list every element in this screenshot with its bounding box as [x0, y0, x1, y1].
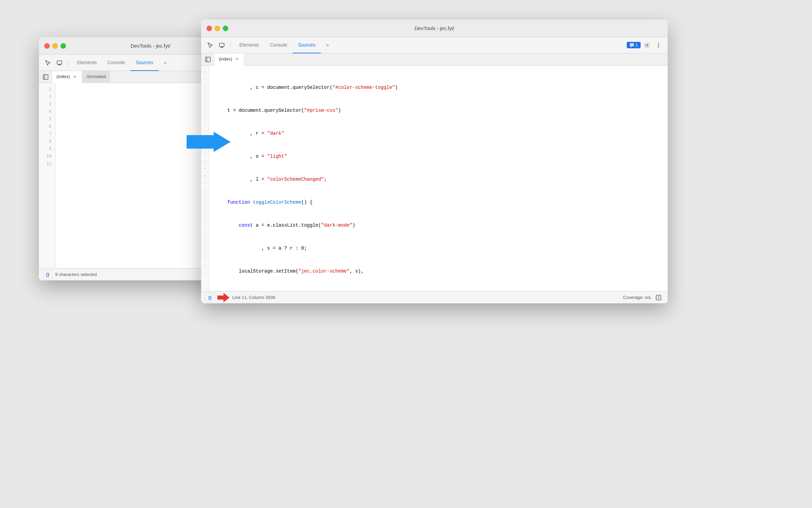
code-content-2[interactable]: , c = document.querySelector("#color-sch…: [209, 66, 668, 291]
status-left-1: {} 9 characters selected: [43, 270, 97, 279]
cl-4: , o = "light": [216, 153, 661, 160]
format-button-1[interactable]: {}: [43, 270, 52, 279]
svg-rect-1: [58, 65, 61, 65]
file-tab-close-2[interactable]: ✕: [234, 56, 240, 62]
status-right-2: Coverage: n/a: [623, 293, 664, 303]
ln-9: 9: [39, 145, 55, 153]
cl-5: , l = "colorSchemeChanged";: [216, 176, 661, 183]
chat-count: 1: [636, 43, 638, 48]
ln-1: 1: [39, 86, 55, 93]
diff-m-17: −: [202, 187, 208, 195]
tab-more-1[interactable]: »: [159, 55, 172, 71]
svg-rect-8: [630, 43, 634, 46]
diff-m-19: −: [202, 202, 208, 209]
svg-rect-7: [220, 47, 223, 48]
diff-m-28: −: [202, 269, 208, 276]
cl-7: const a = e.classList.toggle("dark-mode"…: [216, 222, 661, 229]
diff-m-24: −: [202, 239, 208, 247]
inspect-icon[interactable]: [43, 58, 53, 68]
file-tab-label-1: (index): [56, 74, 70, 79]
diff-m-27: −: [202, 261, 208, 269]
window-title-2: DevTools - jec.fyi/: [414, 25, 454, 31]
format-button-2[interactable]: {}: [205, 293, 215, 302]
ln-2: 2: [39, 93, 55, 101]
panel-toggle-1[interactable]: [42, 73, 50, 81]
tab-bar-2: Elements Console Sources »: [234, 37, 334, 53]
file-tab-index-2[interactable]: (index) ✕: [215, 53, 244, 66]
tab-sources-1[interactable]: Sources: [130, 55, 159, 71]
settings-icon-2[interactable]: [642, 40, 652, 50]
file-tab-formatted-1[interactable]: :formatted: [82, 71, 110, 83]
svg-rect-6: [219, 43, 224, 47]
file-tab-close-1[interactable]: ✕: [72, 74, 77, 79]
code-area-2: − − − − − − − − − − − − − − − − − − − − …: [201, 66, 668, 291]
svg-point-12: [658, 46, 659, 47]
line-numbers-1: 1 2 3 4 5 6 7 8 9 10 11: [39, 83, 56, 268]
svg-marker-5: [187, 132, 231, 152]
coverage-icon-2[interactable]: [653, 293, 664, 303]
svg-point-9: [646, 44, 648, 46]
diff-m-3: −: [202, 83, 208, 91]
diff-m-13: −: [202, 157, 208, 165]
tab-more-2[interactable]: »: [321, 37, 334, 53]
cl-8: , s = a ? r : 0;: [216, 245, 661, 252]
diff-m-7: −: [202, 113, 208, 120]
diff-m-15: −: [202, 172, 208, 180]
diff-m-23: −: [202, 232, 208, 239]
cl-9: localStorage.setItem("jec.color-scheme",…: [216, 268, 661, 275]
minimize-button-1[interactable]: [52, 43, 58, 49]
tab-elements-1[interactable]: Elements: [72, 55, 102, 71]
separator-1: [68, 59, 68, 66]
chat-badge-2[interactable]: 1: [627, 42, 641, 48]
diff-m-21: −: [202, 217, 208, 224]
status-text-1: 9 characters selected: [55, 272, 97, 277]
inspect-icon-2[interactable]: [205, 40, 215, 50]
diff-m-4: −: [202, 91, 208, 98]
coverage-text-2: Coverage: n/a: [623, 295, 651, 300]
titlebar-2: DevTools - jec.fyi/: [201, 20, 668, 37]
diff-m-5: −: [202, 98, 208, 105]
diff-m-20: −: [202, 209, 208, 217]
diff-m-16: −: [202, 180, 208, 187]
cl-2: t = document.querySelector("#prism-css"): [216, 107, 661, 114]
status-bar-2: {} Line 11, Column 3939 Coverage: n/a: [201, 291, 668, 303]
tab-sources-2[interactable]: Sources: [293, 37, 321, 53]
svg-marker-15: [217, 293, 230, 302]
svg-rect-0: [57, 61, 62, 64]
close-button-1[interactable]: [44, 43, 50, 49]
minimize-button-2[interactable]: [215, 26, 220, 31]
ln-5: 5: [39, 116, 55, 123]
close-button-2[interactable]: [207, 26, 212, 31]
diff-m-18: −: [202, 195, 208, 202]
tab-console-2[interactable]: Console: [264, 37, 292, 53]
tab-console-1[interactable]: Console: [102, 55, 130, 71]
svg-point-10: [658, 43, 659, 44]
traffic-lights-2: [207, 26, 228, 31]
file-tab-index-1[interactable]: (index) ✕: [52, 71, 81, 83]
diff-m-22: −: [202, 224, 208, 232]
maximize-button-2[interactable]: [223, 26, 228, 31]
diff-m-14: −: [202, 165, 208, 172]
cl-6: function toggleColorScheme() {: [216, 199, 661, 206]
device-icon-2[interactable]: [217, 40, 227, 50]
red-arrow-indicator: [217, 293, 230, 302]
toolbar-2: Elements Console Sources » 1: [201, 37, 668, 53]
file-tab-label-2: (index): [219, 56, 232, 61]
diff-m-2: −: [202, 76, 208, 83]
diff-m-1: −: [202, 68, 208, 76]
devtools-window-2: DevTools - jec.fyi/ Elements Console Sou…: [201, 20, 668, 303]
svg-point-11: [658, 45, 659, 46]
more-icon-2[interactable]: [653, 40, 664, 50]
diff-m-8: −: [202, 120, 208, 128]
device-icon[interactable]: [54, 58, 65, 68]
cl-3: , r = "dark": [216, 130, 661, 137]
diff-m-25: −: [202, 247, 208, 254]
ln-4: 4: [39, 108, 55, 116]
separator-2: [230, 42, 231, 49]
status-pos-2: Line 11, Column 3939: [232, 295, 275, 300]
ln-10: 10: [39, 153, 55, 160]
maximize-button-1[interactable]: [61, 43, 66, 49]
blue-arrow: [187, 132, 231, 153]
panel-toggle-2[interactable]: [204, 55, 212, 63]
tab-elements-2[interactable]: Elements: [234, 37, 264, 53]
